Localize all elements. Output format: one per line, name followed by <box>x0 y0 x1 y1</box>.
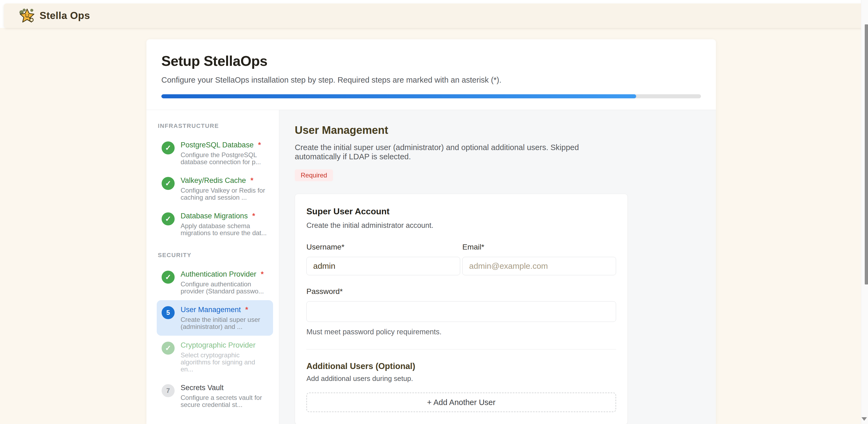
setup-header: Setup StellaOps Configure your StellaOps… <box>147 39 716 110</box>
super-user-subtitle: Create the initial administrator account… <box>306 221 616 230</box>
sidebar-step-valkey-redis-cache[interactable]: ✓ Valkey/Redis Cache * Configure Valkey … <box>157 171 273 206</box>
username-input[interactable] <box>306 257 460 275</box>
email-label: Email* <box>462 243 616 252</box>
required-asterisk: * <box>259 270 264 278</box>
sidebar-step-database-migrations[interactable]: ✓ Database Migrations * Apply database s… <box>157 206 273 242</box>
scrollbar-down-arrow-icon[interactable] <box>862 417 867 421</box>
check-icon: ✓ <box>165 144 172 152</box>
check-icon: ✓ <box>165 216 172 223</box>
scrollbar-thumb[interactable] <box>865 24 868 285</box>
step-title: User Management <box>295 124 701 136</box>
setup-progress-fill <box>161 94 636 98</box>
required-asterisk: * <box>250 212 255 220</box>
sidebar-section: INFRASTRUCTURE ✓ PostgreSQL Database * C… <box>157 123 273 242</box>
additional-users-subtitle: Add additional users during setup. <box>306 374 616 383</box>
step-status-icon: 7 <box>162 384 175 397</box>
brand-name: Stella Ops <box>39 10 90 22</box>
super-user-card: Super User Account Create the initial ad… <box>295 194 628 424</box>
password-label: Password* <box>306 287 616 296</box>
super-user-title: Super User Account <box>306 206 616 217</box>
sidebar-step-postgresql-database[interactable]: ✓ PostgreSQL Database * Configure the Po… <box>157 135 273 171</box>
email-input[interactable] <box>462 257 616 275</box>
step-status-icon: ✓ <box>162 177 175 190</box>
step-content: User Management Create the initial super… <box>279 110 716 424</box>
username-label: Username* <box>306 243 460 252</box>
required-badge: Required <box>295 169 333 181</box>
step-status-icon: 5 <box>162 306 175 319</box>
sidebar-step-user-management[interactable]: 5 User Management * Create the initial s… <box>157 300 273 336</box>
sidebar-step-secrets-vault[interactable]: 7 Secrets Vault Configure a secrets vaul… <box>157 378 273 414</box>
sidebar-step-cryptographic-provider[interactable]: ✓ Cryptographic Provider Select cryptogr… <box>157 336 273 378</box>
divider <box>306 349 616 350</box>
sidebar-step-authentication-provider[interactable]: ✓ Authentication Provider * Configure au… <box>157 265 273 300</box>
setup-steps-sidebar: INFRASTRUCTURE ✓ PostgreSQL Database * C… <box>147 110 279 424</box>
check-icon: ✓ <box>165 180 172 187</box>
setup-progress-bar <box>161 94 701 98</box>
sidebar-section: SECURITY ✓ Authentication Provider * Con… <box>157 252 273 414</box>
check-icon: ✓ <box>165 345 172 352</box>
step-status-icon: ✓ <box>162 213 175 225</box>
additional-users-title: Additional Users (Optional) <box>306 361 616 371</box>
sidebar-section-label: SECURITY <box>158 252 273 259</box>
step-status-icon: ✓ <box>162 141 175 155</box>
password-help: Must meet password policy requirements. <box>306 328 616 336</box>
scrollbar-track[interactable] <box>861 0 868 424</box>
page-subtitle: Configure your StellaOps installation st… <box>161 75 701 85</box>
topbar: Stella Ops <box>4 3 864 28</box>
stella-ops-logo-icon <box>19 8 35 23</box>
step-description: Create the initial super user (administr… <box>295 143 596 161</box>
setup-panel: Setup StellaOps Configure your StellaOps… <box>147 39 716 424</box>
required-asterisk: * <box>256 141 261 149</box>
page-title: Setup StellaOps <box>161 53 701 69</box>
check-icon: ✓ <box>165 274 172 281</box>
required-asterisk: * <box>243 305 248 314</box>
password-input[interactable] <box>306 301 616 322</box>
brand: Stella Ops <box>19 8 90 23</box>
sidebar-section-label: INFRASTRUCTURE <box>158 123 273 130</box>
step-status-icon: ✓ <box>162 341 175 355</box>
add-another-user-button[interactable]: + Add Another User <box>306 393 616 412</box>
step-status-icon: ✓ <box>162 271 175 284</box>
required-asterisk: * <box>248 176 253 185</box>
